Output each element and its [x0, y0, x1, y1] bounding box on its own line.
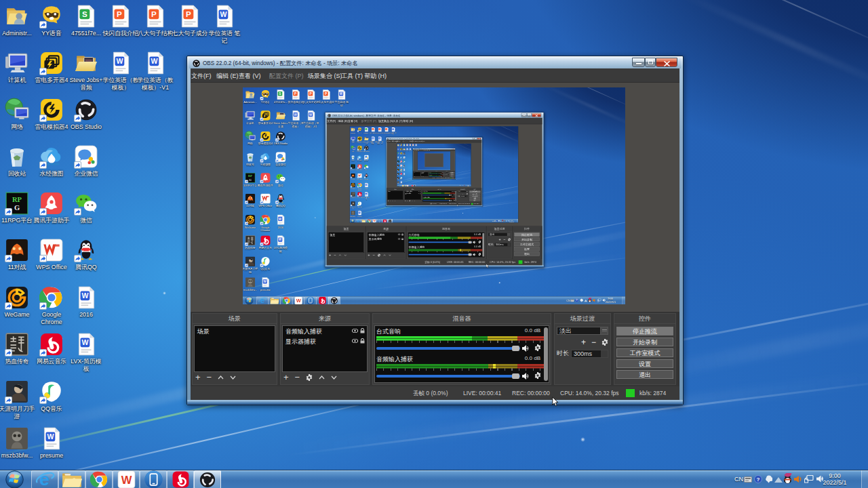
svg-text:W: W: [340, 92, 343, 96]
svg-text:P: P: [325, 92, 328, 96]
svg-text:W: W: [151, 57, 157, 65]
svg-text:W: W: [379, 138, 380, 139]
svg-text:P: P: [309, 92, 312, 96]
svg-text:W: W: [359, 211, 360, 213]
svg-text:P: P: [294, 92, 297, 96]
svg-text:P: P: [151, 9, 157, 18]
svg-text:S: S: [279, 92, 281, 96]
svg-text:W: W: [407, 148, 408, 149]
svg-text:W: W: [81, 338, 88, 346]
svg-text:RP: RP: [248, 174, 252, 178]
svg-text:W: W: [393, 128, 394, 129]
svg-text:W: W: [220, 10, 226, 18]
svg-text:W: W: [47, 432, 54, 441]
svg-text:?: ?: [757, 476, 760, 483]
svg-text:W: W: [366, 193, 367, 195]
svg-text:W: W: [372, 138, 374, 139]
svg-text:W: W: [121, 474, 132, 487]
svg-text:W: W: [410, 148, 410, 149]
svg-text:W: W: [279, 238, 282, 241]
svg-text:G: G: [249, 178, 252, 182]
svg-text:W: W: [416, 144, 416, 145]
svg-text:W: W: [309, 113, 313, 117]
svg-text:W: W: [279, 218, 282, 221]
svg-text:W: W: [116, 57, 123, 65]
svg-text:RP: RP: [12, 196, 22, 203]
svg-text:W: W: [404, 169, 405, 169]
svg-text:W: W: [81, 291, 88, 300]
svg-text:?: ?: [576, 299, 578, 302]
svg-text:W: W: [294, 113, 298, 117]
svg-text:?: ?: [496, 220, 497, 221]
svg-text:W: W: [296, 298, 300, 304]
svg-text:W: W: [366, 184, 367, 185]
svg-text:W: W: [401, 182, 401, 182]
svg-text:P: P: [117, 9, 122, 18]
svg-text:W: W: [264, 280, 267, 283]
svg-text:W: W: [404, 173, 405, 174]
svg-text:P: P: [186, 9, 191, 18]
svg-text:G: G: [14, 204, 20, 211]
svg-text:S: S: [82, 9, 87, 18]
